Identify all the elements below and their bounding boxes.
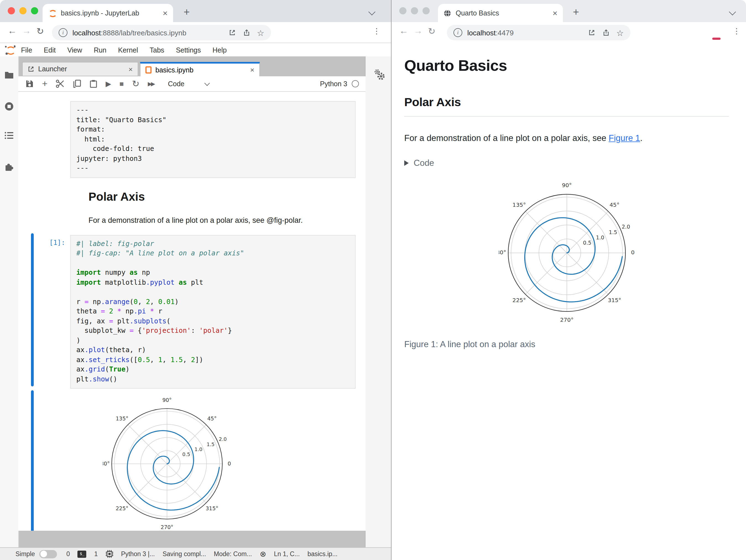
- jupyter-logo: [5, 46, 15, 54]
- site-info-icon[interactable]: i: [454, 28, 462, 37]
- menu-settings[interactable]: Settings: [176, 46, 201, 54]
- svg-text:0.5: 0.5: [583, 240, 591, 246]
- bookmark-star-icon[interactable]: ☆: [257, 28, 264, 37]
- run-cell-icon[interactable]: ▶: [106, 80, 111, 88]
- tab-notebook[interactable]: basics.ipynb ×: [140, 62, 260, 76]
- close-tab-icon[interactable]: ×: [552, 9, 557, 17]
- kernels-count[interactable]: 1: [94, 551, 98, 557]
- cut-cells-icon[interactable]: [56, 80, 65, 88]
- figure-caption: Figure 1: A line plot on a polar axis: [404, 340, 729, 349]
- zoom-window-button[interactable]: [423, 7, 430, 14]
- close-tab-icon[interactable]: ×: [128, 65, 133, 73]
- diagnostics-icon[interactable]: ⊗: [260, 550, 266, 558]
- close-window-button[interactable]: [8, 7, 15, 14]
- tab-overflow-chevron-icon[interactable]: [368, 8, 375, 15]
- file-browser-icon[interactable]: [4, 71, 14, 81]
- extensions-icon[interactable]: [4, 163, 14, 174]
- mode-indicator[interactable]: Mode: Com...: [214, 551, 252, 557]
- svg-text:225°: 225°: [512, 297, 525, 303]
- bookmark-star-icon[interactable]: ☆: [616, 28, 624, 37]
- left-activity-bar: [0, 56, 19, 548]
- browser-menu-icon[interactable]: ⋮: [733, 27, 741, 35]
- copy-cells-icon[interactable]: [73, 80, 81, 88]
- reload-icon[interactable]: ↻: [428, 26, 435, 36]
- minimize-window-button[interactable]: [19, 7, 27, 14]
- open-in-new-icon[interactable]: [587, 29, 595, 36]
- svg-text:0°: 0°: [631, 249, 635, 256]
- yaml-line: jupyter: python3: [76, 154, 349, 164]
- tab-notebook-label: basics.ipynb: [155, 66, 250, 74]
- share-icon[interactable]: [602, 29, 610, 36]
- share-icon[interactable]: [242, 29, 250, 36]
- figure-1-link[interactable]: Figure 1: [609, 133, 640, 143]
- svg-text:1.0: 1.0: [194, 446, 202, 452]
- menu-help[interactable]: Help: [212, 46, 226, 54]
- kernel-status-text[interactable]: Python 3 |...: [121, 551, 155, 557]
- open-in-new-icon[interactable]: [228, 29, 236, 36]
- markdown-paragraph: For a demonstration of a line plot on a …: [88, 216, 366, 224]
- code-cell[interactable]: [1]: #| label: fig-polar#| fig-cap: "A l…: [18, 235, 366, 389]
- table-of-contents-icon[interactable]: [4, 131, 14, 142]
- zoom-window-button[interactable]: [31, 7, 38, 14]
- svg-text:180°: 180°: [498, 249, 506, 256]
- svg-text:225°: 225°: [116, 505, 128, 511]
- url-text[interactable]: localhost:4479: [467, 28, 587, 37]
- window-controls[interactable]: [399, 7, 430, 14]
- running-kernels-icon[interactable]: [4, 102, 14, 113]
- close-window-button[interactable]: [399, 7, 406, 14]
- paste-cells-icon[interactable]: [90, 80, 97, 88]
- tab-launcher[interactable]: Launcher ×: [22, 62, 138, 76]
- address-bar[interactable]: i localhost:4479 ☆: [447, 25, 630, 40]
- window-controls[interactable]: [8, 7, 38, 14]
- code-line: #| fig-cap: "A line plot on a polar axis…: [76, 249, 349, 259]
- code-line: [76, 259, 349, 268]
- close-tab-icon[interactable]: ×: [250, 66, 254, 74]
- raw-yaml-cell[interactable]: ---title: "Quarto Basics"format: html: c…: [18, 101, 366, 178]
- menu-run[interactable]: Run: [94, 46, 107, 54]
- site-info-icon[interactable]: i: [59, 28, 67, 37]
- code-line: import numpy as np: [76, 268, 349, 278]
- code-line: ax.grid(True): [76, 365, 349, 375]
- restart-run-all-icon[interactable]: ▶▶: [148, 81, 154, 87]
- menu-edit[interactable]: Edit: [44, 46, 56, 54]
- kernel-name[interactable]: Python 3: [320, 80, 347, 88]
- browser-menu-icon[interactable]: ⋮: [373, 27, 380, 35]
- line-col-indicator[interactable]: Ln 1, C...: [274, 551, 300, 557]
- forward-icon[interactable]: →: [22, 26, 31, 36]
- browser-tab[interactable]: Quarto Basics ×: [438, 4, 563, 22]
- svg-text:135°: 135°: [116, 415, 128, 421]
- kernel-status-icon[interactable]: [352, 80, 359, 87]
- close-tab-icon[interactable]: ×: [163, 9, 168, 17]
- menu-view[interactable]: View: [67, 46, 82, 54]
- new-tab-button[interactable]: +: [183, 6, 190, 18]
- output-cell-collapser[interactable]: [31, 390, 34, 531]
- code-line: import matplotlib.pyplot as plt: [76, 278, 349, 288]
- add-cell-icon[interactable]: +: [42, 78, 48, 89]
- back-icon[interactable]: ←: [399, 26, 408, 36]
- save-icon[interactable]: [25, 80, 34, 88]
- new-tab-button[interactable]: +: [573, 6, 579, 18]
- markdown-heading: Polar Axis: [88, 190, 366, 203]
- restart-kernel-icon[interactable]: ↻: [132, 79, 140, 89]
- code-cell-collapser[interactable]: [31, 233, 34, 386]
- forward-icon[interactable]: →: [414, 26, 423, 36]
- markdown-cell[interactable]: Polar Axis For a demonstration of a line…: [18, 190, 366, 224]
- address-bar[interactable]: i localhost:8888/lab/tree/basics.ipynb ☆: [52, 25, 271, 40]
- yaml-cell-editor[interactable]: ---title: "Quarto Basics"format: html: c…: [70, 101, 355, 178]
- minimize-window-button[interactable]: [411, 7, 418, 14]
- simple-mode-toggle[interactable]: [39, 550, 57, 558]
- menu-tabs[interactable]: Tabs: [150, 46, 164, 54]
- code-cell-editor[interactable]: #| label: fig-polar#| fig-cap: "A line p…: [70, 235, 355, 389]
- tab-overflow-chevron-icon[interactable]: [729, 8, 736, 15]
- cell-type-dropdown[interactable]: Code: [168, 80, 209, 88]
- menu-file[interactable]: File: [21, 46, 32, 54]
- url-text[interactable]: localhost:8888/lab/tree/basics.ipynb: [73, 28, 228, 37]
- code-fold-disclosure[interactable]: Code: [404, 158, 729, 168]
- interrupt-kernel-icon[interactable]: ■: [119, 80, 124, 88]
- back-icon[interactable]: ←: [8, 26, 17, 36]
- terminals-count[interactable]: 0: [66, 551, 70, 557]
- property-inspector-gears-icon[interactable]: [373, 68, 385, 81]
- browser-tab[interactable]: basics.ipynb - JupyterLab ×: [42, 4, 173, 22]
- menu-kernel[interactable]: Kernel: [118, 46, 138, 54]
- reload-icon[interactable]: ↻: [36, 26, 44, 36]
